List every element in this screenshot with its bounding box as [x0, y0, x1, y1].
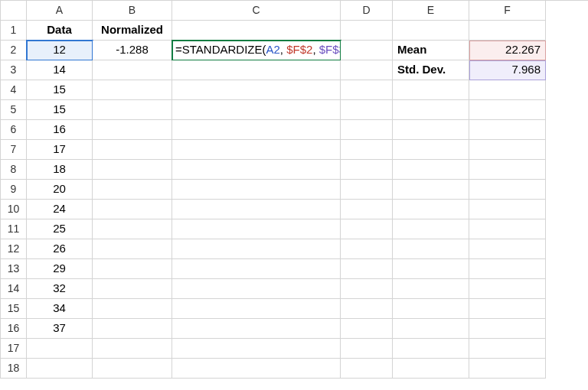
row-header-11[interactable]: 11: [1, 219, 27, 239]
cell-D5[interactable]: [341, 100, 393, 120]
cell-C15[interactable]: [172, 299, 341, 319]
row-header-17[interactable]: 17: [1, 339, 27, 359]
cell-A3[interactable]: 14: [27, 60, 93, 80]
cell-E12[interactable]: [393, 239, 469, 259]
cell-E8[interactable]: [393, 160, 469, 180]
cell-A13[interactable]: 29: [27, 259, 93, 279]
row-header-16[interactable]: 16: [1, 319, 27, 339]
cell-D8[interactable]: [341, 160, 393, 180]
cell-C4[interactable]: [172, 80, 341, 100]
cell-C7[interactable]: [172, 140, 341, 160]
row-header-9[interactable]: 9: [1, 180, 27, 200]
cell-B2[interactable]: -1.288: [93, 41, 172, 60]
row-header-5[interactable]: 5: [1, 100, 27, 120]
cell-D1[interactable]: [341, 21, 393, 41]
cell-C14[interactable]: [172, 279, 341, 299]
cell-F9[interactable]: [469, 180, 546, 200]
cell-E16[interactable]: [393, 319, 469, 339]
cell-B5[interactable]: [93, 100, 172, 120]
cell-B9[interactable]: [93, 180, 172, 200]
cell-A4[interactable]: 15: [27, 80, 93, 100]
cell-A11[interactable]: 25: [27, 219, 93, 239]
row-header-15[interactable]: 15: [1, 299, 27, 319]
cell-E6[interactable]: [393, 120, 469, 140]
cell-C6[interactable]: [172, 120, 341, 140]
cell-A15[interactable]: 34: [27, 299, 93, 319]
cell-F11[interactable]: [469, 219, 546, 239]
cell-B1[interactable]: Normalized: [93, 21, 172, 41]
row-header-8[interactable]: 8: [1, 160, 27, 180]
cell-A5[interactable]: 15: [27, 100, 93, 120]
cell-E7[interactable]: [393, 140, 469, 160]
row-header-12[interactable]: 12: [1, 239, 27, 259]
cell-C12[interactable]: [172, 239, 341, 259]
cell-D15[interactable]: [341, 299, 393, 319]
cell-E9[interactable]: [393, 180, 469, 200]
cell-E17[interactable]: [393, 339, 469, 359]
cell-B17[interactable]: [93, 339, 172, 359]
cell-B13[interactable]: [93, 259, 172, 279]
cell-E11[interactable]: [393, 219, 469, 239]
cell-B7[interactable]: [93, 140, 172, 160]
row-header-1[interactable]: 1: [1, 21, 27, 41]
cell-C8[interactable]: [172, 160, 341, 180]
cell-A14[interactable]: 32: [27, 279, 93, 299]
cell-D14[interactable]: [341, 279, 393, 299]
cell-E15[interactable]: [393, 299, 469, 319]
cell-D3[interactable]: [341, 60, 393, 80]
cell-A10[interactable]: 24: [27, 200, 93, 219]
cell-A9[interactable]: 20: [27, 180, 93, 200]
column-header-C[interactable]: C: [172, 1, 341, 21]
cell-E14[interactable]: [393, 279, 469, 299]
cell-B14[interactable]: [93, 279, 172, 299]
cell-A18[interactable]: [27, 359, 93, 379]
column-header-A[interactable]: A: [27, 1, 93, 21]
cell-F5[interactable]: [469, 100, 546, 120]
cell-A17[interactable]: [27, 339, 93, 359]
cell-B10[interactable]: [93, 200, 172, 219]
cell-C17[interactable]: [172, 339, 341, 359]
row-header-6[interactable]: 6: [1, 120, 27, 140]
cell-C2-editing[interactable]: =STANDARDIZE(A2, $F$2, $F$3): [172, 41, 341, 60]
row-header-7[interactable]: 7: [1, 140, 27, 160]
cell-D11[interactable]: [341, 219, 393, 239]
cell-D2[interactable]: [341, 41, 393, 60]
cell-B8[interactable]: [93, 160, 172, 180]
row-header-14[interactable]: 14: [1, 279, 27, 299]
cell-F13[interactable]: [469, 259, 546, 279]
cell-E18[interactable]: [393, 359, 469, 379]
cell-D7[interactable]: [341, 140, 393, 160]
cell-E4[interactable]: [393, 80, 469, 100]
cell-D10[interactable]: [341, 200, 393, 219]
cell-B11[interactable]: [93, 219, 172, 239]
cell-B18[interactable]: [93, 359, 172, 379]
cell-D4[interactable]: [341, 80, 393, 100]
cell-B15[interactable]: [93, 299, 172, 319]
row-header-3[interactable]: 3: [1, 60, 27, 80]
column-header-D[interactable]: D: [341, 1, 393, 21]
cell-F1[interactable]: [469, 21, 546, 41]
cell-F15[interactable]: [469, 299, 546, 319]
cell-F14[interactable]: [469, 279, 546, 299]
cell-A6[interactable]: 16: [27, 120, 93, 140]
cell-A1[interactable]: Data: [27, 21, 93, 41]
cell-F2[interactable]: 22.267: [469, 41, 546, 60]
row-header-2[interactable]: 2: [1, 41, 27, 60]
cell-C16[interactable]: [172, 319, 341, 339]
row-header-13[interactable]: 13: [1, 259, 27, 279]
cell-E13[interactable]: [393, 259, 469, 279]
cell-B4[interactable]: [93, 80, 172, 100]
cell-F18[interactable]: [469, 359, 546, 379]
cell-E3[interactable]: Std. Dev.: [393, 60, 469, 80]
cell-E5[interactable]: [393, 100, 469, 120]
cell-D17[interactable]: [341, 339, 393, 359]
cell-F3[interactable]: 7.968: [469, 60, 546, 80]
cell-A12[interactable]: 26: [27, 239, 93, 259]
cell-C13[interactable]: [172, 259, 341, 279]
row-header-10[interactable]: 10: [1, 200, 27, 219]
cell-E1[interactable]: [393, 21, 469, 41]
spreadsheet-grid[interactable]: ABCDEF1DataNormalized212-1.288=STANDARDI…: [0, 0, 588, 379]
column-header-E[interactable]: E: [393, 1, 469, 21]
cell-A7[interactable]: 17: [27, 140, 93, 160]
cell-E2[interactable]: Mean: [393, 41, 469, 60]
